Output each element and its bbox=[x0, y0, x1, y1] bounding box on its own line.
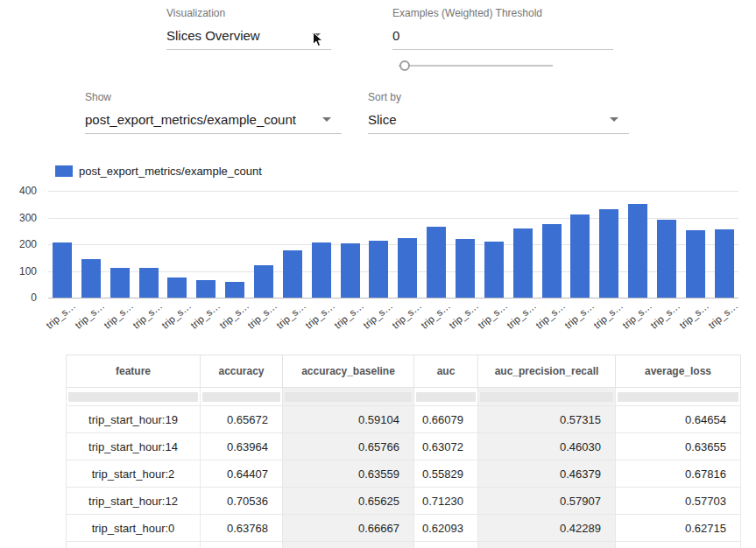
bar[interactable] bbox=[570, 214, 590, 298]
metric-cell[interactable]: 0.62093 bbox=[414, 515, 478, 542]
metric-cell[interactable]: 0.65766 bbox=[283, 433, 414, 460]
visualization-dropdown[interactable]: Visualization Slices Overview bbox=[166, 7, 331, 50]
feature-cell[interactable]: trip_start_hour:19 bbox=[67, 406, 201, 433]
metric-cell[interactable]: 0.64407 bbox=[201, 460, 283, 488]
column-header-accuracy_baseline[interactable]: accuracy_baseline bbox=[283, 355, 414, 388]
bar[interactable] bbox=[657, 220, 676, 298]
bar-slot: trip_s… bbox=[312, 191, 331, 298]
metric-cell[interactable]: 0.46379 bbox=[478, 460, 616, 488]
metric-cell[interactable]: 0.65142 bbox=[616, 542, 741, 548]
column-header-accuracy[interactable]: accuracy bbox=[201, 355, 283, 388]
metric-cell[interactable]: 0.44173 bbox=[478, 542, 616, 548]
metric-cell[interactable]: 0.63768 bbox=[201, 515, 283, 542]
metric-cell[interactable]: 0.63559 bbox=[283, 460, 414, 488]
bar[interactable] bbox=[484, 242, 504, 298]
chevron-down-icon[interactable] bbox=[610, 117, 618, 122]
metric-cell[interactable]: 0.57315 bbox=[478, 406, 616, 433]
bar-group: trip_s…trip_s…trip_s…trip_s…trip_s…trip_… bbox=[48, 191, 738, 298]
slider-thumb[interactable] bbox=[399, 60, 410, 71]
bar-slot: trip_s… bbox=[283, 191, 302, 298]
feature-cell[interactable]: trip_start_hour:14 bbox=[67, 433, 201, 460]
table-row[interactable]: trip_start_hour:120.705360.656250.712300… bbox=[67, 488, 741, 515]
chevron-down-icon[interactable] bbox=[322, 117, 331, 122]
feature-cell[interactable]: trip_start_hour:0 bbox=[67, 515, 201, 542]
column-header-average_loss[interactable]: average_loss bbox=[616, 355, 741, 388]
bar[interactable] bbox=[341, 243, 360, 298]
metric-cell[interactable]: 0.62715 bbox=[616, 515, 741, 542]
metric-cell[interactable]: 0.46030 bbox=[478, 433, 616, 460]
bar-slot: trip_s… bbox=[53, 191, 72, 298]
slider-track[interactable] bbox=[399, 65, 553, 67]
filter-input[interactable] bbox=[480, 392, 613, 402]
table-row[interactable]: trip_start_hour:230.660160.648440.583370… bbox=[67, 542, 741, 548]
bar[interactable] bbox=[513, 228, 533, 298]
bar[interactable] bbox=[542, 224, 562, 298]
metric-cell[interactable]: 0.64844 bbox=[283, 542, 414, 548]
mouse-cursor-icon bbox=[312, 32, 323, 48]
metric-cell[interactable]: 0.65625 bbox=[283, 488, 414, 515]
bar[interactable] bbox=[225, 282, 244, 298]
metric-cell[interactable]: 0.66079 bbox=[414, 406, 478, 433]
filter-input[interactable] bbox=[202, 392, 280, 402]
metric-cell[interactable]: 0.66016 bbox=[201, 542, 283, 548]
bar[interactable] bbox=[139, 268, 159, 298]
bar[interactable] bbox=[628, 204, 647, 298]
bar[interactable] bbox=[110, 268, 130, 298]
metric-cell[interactable]: 0.63964 bbox=[201, 433, 283, 460]
bar[interactable] bbox=[715, 229, 734, 298]
filter-input[interactable] bbox=[68, 392, 198, 402]
metric-cell[interactable]: 0.65672 bbox=[201, 406, 283, 433]
bar[interactable] bbox=[456, 239, 475, 298]
metric-cell[interactable]: 0.59104 bbox=[283, 406, 414, 433]
show-value-row[interactable]: post_export_metrics/example_count bbox=[85, 112, 342, 134]
bar[interactable] bbox=[312, 242, 331, 298]
metric-cell[interactable]: 0.67816 bbox=[616, 460, 741, 488]
metric-cell[interactable]: 0.42289 bbox=[478, 515, 616, 542]
metric-cell[interactable]: 0.63655 bbox=[616, 433, 741, 460]
column-header-auc[interactable]: auc bbox=[414, 355, 478, 388]
bar[interactable] bbox=[369, 241, 388, 298]
bar[interactable] bbox=[196, 280, 215, 298]
visualization-label: Visualization bbox=[166, 7, 331, 19]
x-axis-label: trip_s… bbox=[562, 300, 596, 331]
x-axis-label: trip_s… bbox=[102, 300, 135, 331]
bar[interactable] bbox=[427, 227, 446, 298]
bar[interactable] bbox=[254, 265, 273, 298]
sort-by-value-row[interactable]: Slice bbox=[368, 112, 629, 134]
bar[interactable] bbox=[398, 238, 417, 298]
column-header-auc_precision_recall[interactable]: auc_precision_recall bbox=[478, 355, 616, 388]
metric-cell[interactable]: 0.64654 bbox=[616, 406, 741, 433]
metric-cell[interactable]: 0.63072 bbox=[414, 433, 478, 460]
filter-input[interactable] bbox=[416, 392, 476, 402]
metric-cell[interactable]: 0.66667 bbox=[283, 515, 414, 542]
bar[interactable] bbox=[283, 250, 302, 298]
metric-cell[interactable]: 0.70536 bbox=[201, 488, 283, 515]
feature-cell[interactable]: trip_start_hour:12 bbox=[67, 488, 201, 515]
bar[interactable] bbox=[686, 230, 705, 298]
visualization-value-row[interactable]: Slices Overview bbox=[166, 28, 331, 50]
metric-cell[interactable]: 0.57907 bbox=[478, 488, 616, 515]
bar[interactable] bbox=[599, 209, 618, 298]
filter-input[interactable] bbox=[285, 392, 412, 402]
sort-by-label: Sort by bbox=[368, 91, 629, 103]
table-row[interactable]: trip_start_hour:20.644070.635590.558290.… bbox=[67, 460, 741, 488]
table-row[interactable]: trip_start_hour:190.656720.591040.660790… bbox=[67, 406, 741, 433]
metric-cell[interactable]: 0.58337 bbox=[414, 542, 478, 548]
threshold-input[interactable] bbox=[392, 28, 613, 50]
bar[interactable] bbox=[167, 278, 187, 298]
show-metric-dropdown[interactable]: Show post_export_metrics/example_count bbox=[85, 91, 342, 134]
column-header-feature[interactable]: feature bbox=[67, 355, 201, 388]
table-row[interactable]: trip_start_hour:140.639640.657660.630720… bbox=[67, 433, 741, 460]
metric-cell[interactable]: 0.55829 bbox=[414, 460, 478, 488]
bar[interactable] bbox=[53, 242, 72, 298]
metric-cell[interactable]: 0.57703 bbox=[616, 488, 741, 515]
metric-cell[interactable]: 0.71230 bbox=[414, 488, 478, 515]
sort-by-dropdown[interactable]: Sort by Slice bbox=[368, 91, 629, 134]
feature-cell[interactable]: trip_start_hour:2 bbox=[67, 460, 201, 488]
filter-input[interactable] bbox=[618, 392, 738, 402]
x-axis-label: trip_s… bbox=[332, 300, 365, 331]
feature-cell[interactable]: trip_start_hour:23 bbox=[67, 542, 201, 548]
bar[interactable] bbox=[81, 259, 101, 298]
table-row[interactable]: trip_start_hour:00.637680.666670.620930.… bbox=[67, 515, 741, 542]
threshold-slider[interactable] bbox=[399, 60, 553, 72]
